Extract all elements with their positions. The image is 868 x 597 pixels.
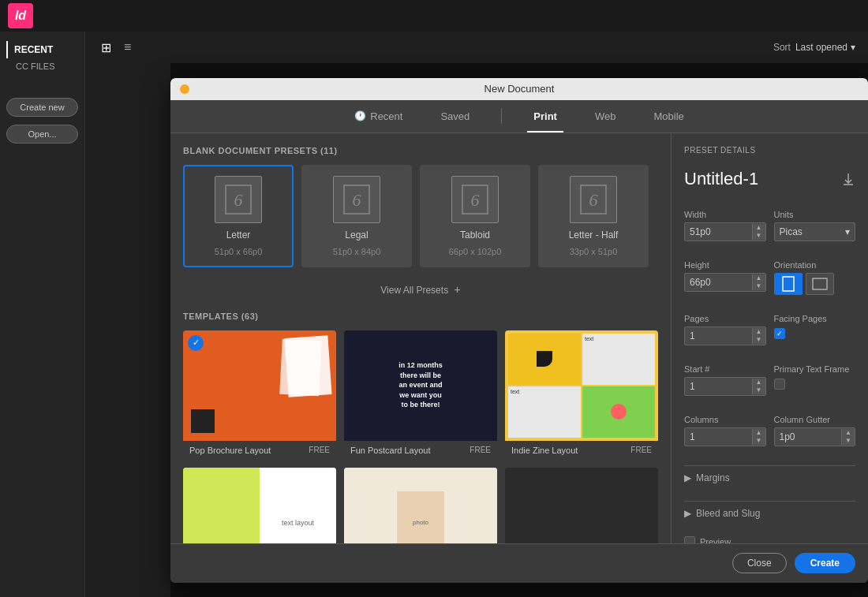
- column-gutter-down-arrow[interactable]: ▼: [842, 437, 855, 445]
- height-input[interactable]: 66p0 ▲ ▼: [684, 273, 766, 292]
- list-view-button[interactable]: ≡: [121, 39, 134, 57]
- template-indie-zine[interactable]: text text Indie Zine Layout: [505, 330, 658, 460]
- bleed-slug-label: Bleed and Slug: [696, 508, 760, 519]
- orientation-group: Orientation: [774, 260, 856, 295]
- margins-label: Margins: [696, 472, 730, 483]
- columns-value: 1: [685, 428, 752, 446]
- columns-up-arrow[interactable]: ▲: [753, 429, 765, 437]
- landscape-orientation-button[interactable]: [806, 273, 834, 295]
- width-up-arrow[interactable]: ▲: [753, 224, 765, 232]
- primary-frame-checkbox-row: [774, 379, 856, 390]
- template-indie-zine-footer: Indie Zine Layout FREE: [505, 441, 658, 460]
- preset-letter-name: Letter: [226, 229, 251, 241]
- top-controls: ⊞ ≡ Sort Last opened ▾: [85, 32, 868, 63]
- bleed-slug-accordion-header[interactable]: ▶ Bleed and Slug: [684, 508, 855, 519]
- width-down-arrow[interactable]: ▼: [753, 232, 765, 240]
- preset-tabloid-size: 66p0 x 102p0: [449, 247, 502, 256]
- sort-control: Sort Last opened ▾: [773, 42, 855, 53]
- save-preset-icon[interactable]: [841, 172, 855, 189]
- units-select[interactable]: Picas ▾: [774, 222, 856, 241]
- preset-letter-size: 51p0 x 66p0: [215, 247, 263, 256]
- template-row2-1[interactable]: text layout: [183, 468, 336, 543]
- template-fun-postcard-footer: Fun Postcard Layout FREE: [344, 441, 497, 460]
- tab-print-label: Print: [533, 110, 557, 122]
- tab-web-label: Web: [595, 110, 616, 122]
- dialog-close-dot[interactable]: [180, 84, 189, 94]
- portrait-orientation-button[interactable]: [774, 273, 803, 295]
- tab-web[interactable]: Web: [589, 107, 623, 125]
- start-down-arrow[interactable]: ▼: [753, 386, 765, 394]
- template-pop-brochure-thumb: ✓: [183, 330, 336, 441]
- document-name: Untitled-1: [684, 169, 758, 189]
- columns-down-arrow[interactable]: ▼: [753, 437, 765, 445]
- templates-grid: ✓ Pop Brochure Layout FREE: [183, 330, 658, 543]
- dialog-footer: Close Create: [170, 543, 868, 583]
- preset-letter-half[interactable]: 6 Letter - Half 33p0 x 51p0: [538, 165, 649, 267]
- column-gutter-up-arrow[interactable]: ▲: [842, 429, 855, 437]
- grid-view-button[interactable]: ⊞: [98, 39, 114, 57]
- tab-saved[interactable]: Saved: [434, 107, 476, 125]
- height-up-arrow[interactable]: ▲: [753, 274, 765, 282]
- start-up-arrow[interactable]: ▲: [753, 379, 765, 386]
- tab-print[interactable]: Print: [527, 107, 563, 125]
- preset-legal[interactable]: 6 Legal 51p0 x 84p0: [301, 165, 412, 267]
- facing-pages-label: Facing Pages: [774, 314, 856, 323]
- preview-checkbox[interactable]: [684, 536, 695, 543]
- columns-group: Columns 1 ▲ ▼: [684, 415, 766, 446]
- preset-tabloid[interactable]: 6 Tabloid 66p0 x 102p0: [420, 165, 530, 267]
- pages-input[interactable]: 1 ▲ ▼: [684, 326, 766, 345]
- template-row2-2-thumb: photo: [344, 468, 497, 543]
- template-fun-postcard[interactable]: in 12 monthsthere will bean event andwe …: [344, 330, 497, 460]
- facing-pages-checkbox[interactable]: ✓: [774, 328, 785, 339]
- preset-details-section-title: PRESET DETAILS: [684, 146, 855, 155]
- width-input[interactable]: 51p0 ▲ ▼: [684, 222, 766, 241]
- sidebar-item-cc-files[interactable]: CC FILES: [6, 58, 78, 74]
- pages-up-arrow[interactable]: ▲: [753, 328, 765, 336]
- template-row2-2[interactable]: photo: [344, 468, 497, 543]
- height-label: Height: [684, 260, 766, 270]
- view-all-label: View All Presets: [380, 285, 448, 296]
- start-label: Start #: [684, 364, 766, 374]
- margins-chevron-icon: ▶: [684, 472, 691, 483]
- preset-tabloid-icon: 6: [451, 176, 499, 223]
- sort-dropdown[interactable]: Last opened ▾: [795, 42, 855, 53]
- preset-letter-half-name: Letter - Half: [569, 229, 619, 241]
- height-group: Height 66p0 ▲ ▼: [684, 260, 766, 295]
- preview-label: Preview: [700, 537, 731, 543]
- create-button[interactable]: Create: [795, 553, 855, 573]
- units-value: Picas: [780, 226, 803, 237]
- sidebar-recent-label: RECENT: [14, 44, 53, 55]
- columns-arrows: ▲ ▼: [752, 429, 765, 445]
- preset-legal-name: Legal: [345, 229, 368, 241]
- create-new-button[interactable]: Create new: [6, 98, 78, 117]
- sidebar: RECENT CC FILES Create new Open...: [0, 32, 85, 597]
- pages-arrows: ▲ ▼: [752, 328, 765, 344]
- presets-section-title: BLANK DOCUMENT PRESETS (11): [183, 146, 658, 155]
- preset-legal-icon: 6: [333, 176, 380, 223]
- dialog-body: BLANK DOCUMENT PRESETS (11) 6 Letter: [170, 133, 868, 543]
- start-input[interactable]: 1 ▲ ▼: [684, 377, 766, 396]
- columns-input[interactable]: 1 ▲ ▼: [684, 427, 766, 446]
- template-pop-brochure-name: Pop Brochure Layout: [189, 446, 271, 455]
- template-indie-zine-badge: FREE: [630, 446, 652, 454]
- margins-accordion-header[interactable]: ▶ Margins: [684, 472, 855, 483]
- preset-letter[interactable]: 6 Letter 51p0 x 66p0: [183, 165, 294, 267]
- close-button[interactable]: Close: [732, 553, 787, 573]
- template-pop-brochure[interactable]: ✓ Pop Brochure Layout FREE: [183, 330, 336, 460]
- template-row2-3[interactable]: Let'sCelebrateDINNER & DRINKS: [505, 468, 658, 543]
- tab-mobile[interactable]: Mobile: [647, 107, 690, 125]
- tab-saved-label: Saved: [440, 110, 470, 122]
- open-button[interactable]: Open...: [6, 125, 78, 144]
- height-value: 66p0: [685, 274, 752, 291]
- template-row2-1-thumb: text layout: [183, 468, 336, 543]
- sidebar-item-recent[interactable]: RECENT: [6, 41, 78, 58]
- primary-frame-checkbox[interactable]: [774, 379, 785, 390]
- column-gutter-input[interactable]: 1p0 ▲ ▼: [774, 427, 856, 446]
- pages-down-arrow[interactable]: ▼: [753, 336, 765, 344]
- sidebar-nav: RECENT CC FILES: [6, 41, 78, 74]
- height-down-arrow[interactable]: ▼: [753, 282, 765, 290]
- template-check-icon: ✓: [188, 335, 204, 351]
- pages-group: Pages 1 ▲ ▼: [684, 314, 766, 345]
- view-all-presets-button[interactable]: View All Presets +: [183, 280, 658, 299]
- tab-recent[interactable]: 🕐 Recent: [348, 107, 409, 125]
